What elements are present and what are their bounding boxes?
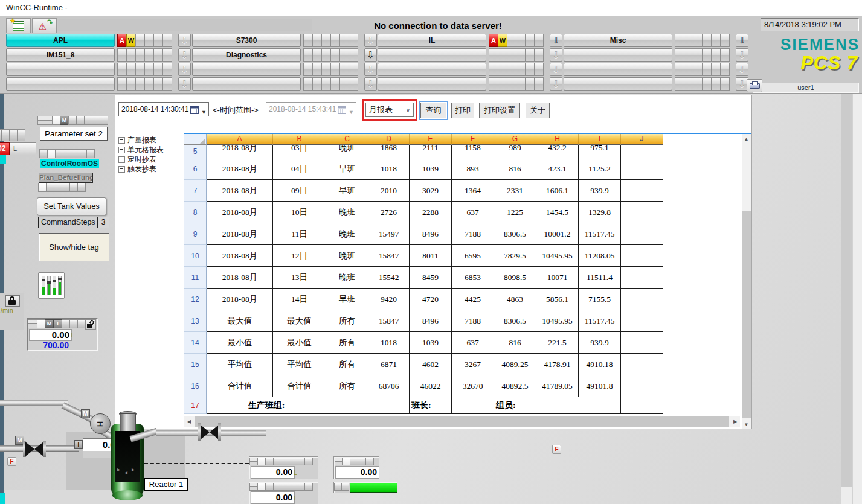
table-cell[interactable]: 637: [452, 202, 494, 223]
tree-expand-icon[interactable]: [118, 147, 125, 153]
table-cell[interactable]: 8306.5: [494, 310, 536, 332]
row-number[interactable]: 9: [184, 223, 207, 245]
trend-faceplate-button[interactable]: [38, 272, 65, 299]
overview-button-empty[interactable]: [378, 48, 486, 62]
parameter-set-display[interactable]: Parameter set 2: [40, 127, 108, 141]
row-number[interactable]: 13: [184, 310, 207, 332]
table-cell[interactable]: 8459: [410, 267, 452, 289]
row-number[interactable]: 5: [184, 145, 207, 158]
table-cell[interactable]: 40892.5: [494, 375, 536, 397]
tank-setpoint-value[interactable]: 700.00: [29, 340, 69, 350]
table-cell[interactable]: 432.2: [536, 145, 579, 158]
row-number[interactable]: 16: [184, 375, 207, 397]
row-number[interactable]: 12: [184, 289, 207, 310]
table-cell[interactable]: 10001.2: [536, 223, 579, 245]
table-cell[interactable]: 晚班: [326, 145, 368, 158]
table-cell[interactable]: 最大值: [207, 310, 273, 332]
table-cell[interactable]: 4910.18: [579, 354, 621, 375]
table-cell[interactable]: 15847: [368, 310, 410, 332]
table-cell[interactable]: 1158: [452, 145, 494, 158]
value-meter-faceplate[interactable]: 0.00: [333, 456, 379, 479]
table-cell[interactable]: [452, 397, 494, 414]
overview-button-empty[interactable]: [192, 77, 301, 91]
table-cell[interactable]: 2018-08月: [207, 202, 273, 223]
alarm-badge-w[interactable]: W: [126, 34, 136, 47]
volume-value[interactable]: 0.00: [251, 466, 295, 479]
table-cell[interactable]: [621, 310, 663, 332]
horizontal-scroll-thumb[interactable]: [195, 416, 729, 427]
tree-item-3[interactable]: 定时抄表: [118, 155, 156, 164]
alarm-badge-a[interactable]: A: [117, 34, 127, 47]
page-down-arrow-button[interactable]: ⇩: [364, 48, 377, 62]
table-cell[interactable]: 10495.95: [536, 245, 579, 267]
overview-button-im151_8[interactable]: IM151_8: [6, 48, 115, 62]
table-cell[interactable]: 8306.5: [494, 223, 536, 245]
overview-button-empty[interactable]: [564, 48, 672, 62]
table-cell[interactable]: 11日: [273, 223, 326, 245]
table-cell[interactable]: 1606.1: [536, 180, 579, 202]
table-cell[interactable]: 13日: [273, 267, 326, 289]
table-cell[interactable]: 939.9: [579, 180, 621, 202]
table-cell[interactable]: 1868: [368, 145, 410, 158]
table-cell[interactable]: 2018-08月: [207, 145, 273, 158]
print-button[interactable]: 打印: [451, 103, 474, 118]
scroll-right-button[interactable]: ▶: [730, 416, 740, 427]
tree-expand-icon[interactable]: [118, 137, 125, 144]
chevron-down-icon[interactable]: ▼: [201, 106, 207, 119]
table-cell[interactable]: 5856.1: [536, 289, 579, 310]
table-cell[interactable]: [536, 397, 621, 414]
scroll-down-button[interactable]: ▼: [742, 419, 751, 429]
table-cell[interactable]: 2010: [368, 180, 410, 202]
table-cell[interactable]: 1329.8: [579, 202, 621, 223]
table-cell[interactable]: 2018-08月: [207, 267, 273, 289]
table-cell[interactable]: [326, 397, 410, 414]
table-cell[interactable]: 816: [494, 158, 536, 180]
table-cell[interactable]: 1454.5: [536, 202, 579, 223]
table-cell[interactable]: 合计值: [273, 375, 326, 397]
table-corner-cell[interactable]: [184, 134, 207, 145]
footer-label[interactable]: 班长:: [410, 397, 452, 414]
table-horizontal-scrollbar[interactable]: ◀ ▶: [184, 416, 740, 427]
table-cell[interactable]: 816: [494, 332, 536, 354]
set-tank-values-button[interactable]: Set Tank Values: [37, 197, 106, 215]
table-cell[interactable]: 2111: [410, 145, 452, 158]
calendar-icon[interactable]: [190, 106, 199, 114]
page-down-arrow-button[interactable]: ⇩: [178, 77, 191, 91]
tree-expand-icon[interactable]: [118, 156, 125, 163]
parameter-faceplate-header[interactable]: M: [38, 116, 108, 125]
volume-value[interactable]: 0.00: [251, 491, 295, 504]
tank-level-faceplate[interactable]: M I 0.00 L 700.00: [27, 318, 98, 351]
overview-button-empty[interactable]: [192, 63, 301, 76]
table-cell[interactable]: 1364: [452, 180, 494, 202]
column-header-j[interactable]: J: [621, 134, 663, 145]
table-cell[interactable]: 2726: [368, 202, 410, 223]
end-time-picker[interactable]: 2018-08-14 15:43:41 ▼: [266, 102, 356, 116]
picture-vertical-scrollbar[interactable]: [841, 94, 852, 504]
column-header-c[interactable]: C: [326, 134, 368, 145]
table-cell[interactable]: 11511.4: [579, 267, 621, 289]
table-cell[interactable]: 15847: [368, 245, 410, 267]
tree-expand-icon[interactable]: [118, 166, 125, 173]
table-cell[interactable]: 41789.05: [536, 375, 579, 397]
row-number[interactable]: 6: [184, 158, 207, 180]
table-cell[interactable]: 09日: [273, 180, 326, 202]
table-cell[interactable]: [621, 202, 663, 223]
table-cell[interactable]: 975.1: [579, 145, 621, 158]
table-cell[interactable]: 晚班: [326, 267, 368, 289]
table-cell[interactable]: 最大值: [273, 310, 326, 332]
outlet-valve[interactable]: [198, 423, 221, 441]
show-hide-tag-button[interactable]: Show/hide tag: [39, 233, 109, 261]
overview-button-empty[interactable]: [378, 63, 486, 76]
table-cell[interactable]: 6595: [452, 245, 494, 267]
table-cell[interactable]: 4720: [410, 289, 452, 310]
table-cell[interactable]: 1225: [494, 202, 536, 223]
tree-item-1[interactable]: 产量报表: [118, 135, 156, 145]
overview-button-apl[interactable]: APL: [6, 34, 115, 47]
table-cell[interactable]: 早班: [326, 289, 368, 310]
window-vertical-scrollbar[interactable]: [852, 94, 862, 504]
table-vertical-scrollbar[interactable]: ▲ ▼: [742, 134, 751, 429]
table-cell[interactable]: 平均值: [273, 354, 326, 375]
page-down-arrow-button[interactable]: ⇩: [364, 77, 377, 91]
footer-label[interactable]: 生产班组:: [207, 397, 326, 414]
meter-value[interactable]: 0.00: [335, 466, 379, 479]
